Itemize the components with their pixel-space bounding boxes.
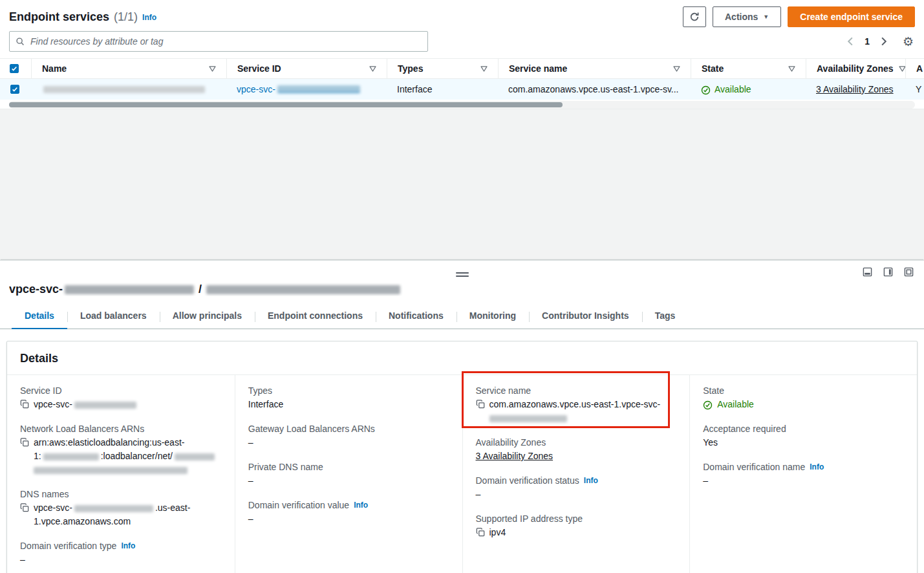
next-page-button[interactable] — [880, 36, 888, 47]
info-link[interactable]: Info — [810, 462, 824, 471]
redacted-text — [34, 467, 188, 474]
select-all-checkbox[interactable] — [10, 64, 19, 73]
details-card: Details Service ID vpce-svc- Network Loa… — [6, 341, 918, 573]
create-endpoint-service-button[interactable]: Create endpoint service — [788, 6, 915, 27]
header-bar: Endpoint services (1/1) Info Actions ▼ C… — [0, 0, 924, 31]
panel-position-bottom-icon[interactable] — [863, 267, 872, 277]
column-header-types[interactable]: Types — [387, 59, 498, 78]
details-card-header: Details — [7, 341, 917, 375]
copy-icon[interactable] — [20, 503, 29, 512]
table-row[interactable]: vpce-svc- Interface com.amazonaws.vpce.u… — [0, 79, 924, 100]
redacted-text — [43, 86, 205, 93]
field-service-name: Service name com.amazonaws.vpce.us-east-… — [476, 385, 677, 425]
panel-layout-controls — [863, 267, 914, 277]
column-header-acceptance[interactable]: A — [905, 59, 924, 78]
create-button-label: Create endpoint service — [800, 12, 903, 22]
filter-icon[interactable] — [894, 66, 905, 72]
actions-button[interactable]: Actions ▼ — [713, 6, 781, 27]
info-link[interactable]: Info — [142, 13, 156, 22]
horizontal-scrollbar[interactable] — [9, 101, 915, 109]
search-box[interactable] — [9, 31, 428, 52]
field-value: – — [248, 512, 253, 526]
row-checkbox[interactable] — [10, 85, 19, 94]
table-header-row: Name Service ID Types Service name State… — [0, 58, 924, 79]
column-header-availability-zones[interactable]: Availability Zones — [806, 59, 905, 78]
field-service-id: Service ID vpce-svc- — [20, 385, 222, 411]
available-check-icon — [701, 85, 711, 95]
tab-load-balancers[interactable]: Load balancers — [67, 305, 160, 329]
filter-icon[interactable] — [364, 66, 376, 72]
state-text: Available — [714, 84, 751, 94]
column-header-service-name[interactable]: Service name — [498, 59, 691, 78]
field-domain-verification-status: Domain verification status Info – — [476, 475, 677, 501]
filter-icon[interactable] — [783, 66, 795, 72]
info-link[interactable]: Info — [121, 541, 135, 550]
search-input[interactable] — [29, 36, 422, 47]
detail-panel: vpce-svc-/ Details Load balancers Allow … — [0, 260, 924, 573]
field-gwlb-arns: Gateway Load Balancers ARNs – — [248, 424, 449, 449]
details-column-2: Types Interface Gateway Load Balancers A… — [235, 375, 462, 573]
availability-zones-link[interactable]: 3 Availability Zones — [476, 449, 553, 463]
field-label: Gateway Load Balancers ARNs — [248, 424, 449, 434]
field-value: Interface — [248, 398, 283, 411]
field-domain-verification-name: Domain verification name Info – — [703, 462, 904, 488]
tab-allow-principals[interactable]: Allow principals — [160, 305, 255, 329]
column-header-service-id[interactable]: Service ID — [226, 59, 387, 78]
availability-zones-link[interactable]: 3 Availability Zones — [816, 84, 894, 94]
field-label: Availability Zones — [476, 437, 677, 448]
scrollbar-thumb[interactable] — [9, 102, 563, 107]
field-label: Domain verification type — [20, 541, 116, 551]
info-link[interactable]: Info — [354, 501, 368, 510]
redacted-text — [74, 402, 136, 409]
copy-icon[interactable] — [476, 400, 485, 409]
redacted-text — [206, 285, 400, 294]
cell-types: Interface — [387, 79, 498, 100]
details-card-title: Details — [20, 352, 904, 365]
cell-service-name: com.amazonaws.vpce.us-east-1.vpce-sv... — [498, 79, 691, 100]
copy-icon[interactable] — [20, 400, 29, 409]
refresh-button[interactable] — [683, 6, 706, 27]
panel-position-side-icon[interactable] — [883, 267, 893, 277]
tab-endpoint-connections[interactable]: Endpoint connections — [255, 305, 376, 329]
current-page[interactable]: 1 — [863, 35, 871, 48]
service-id-link[interactable]: vpce-svc- — [237, 84, 362, 94]
field-nlb-arns: Network Load Balancers ARNs arn:aws:elas… — [20, 424, 222, 477]
filter-icon[interactable] — [204, 66, 216, 72]
filter-icon[interactable] — [475, 66, 488, 72]
tab-contributor-insights[interactable]: Contributor Insights — [529, 305, 642, 329]
panel-expand-icon[interactable] — [904, 267, 914, 277]
field-acceptance-required: Acceptance required Yes — [703, 424, 904, 449]
filter-icon[interactable] — [668, 66, 680, 72]
column-header-state[interactable]: State — [691, 59, 806, 78]
field-label: Domain verification value — [248, 500, 349, 510]
redacted-text — [277, 85, 360, 93]
column-header-name[interactable]: Name — [31, 59, 226, 78]
field-value: Yes — [703, 436, 718, 449]
field-domain-verification-value: Domain verification value Info – — [248, 500, 449, 526]
details-card-body: Service ID vpce-svc- Network Load Balanc… — [7, 375, 917, 573]
redacted-text — [43, 453, 99, 460]
tab-tags[interactable]: Tags — [642, 305, 689, 329]
copy-icon[interactable] — [476, 528, 485, 537]
resource-count: (1/1) — [114, 10, 138, 24]
field-label: Supported IP address type — [476, 514, 677, 524]
detail-panel-title: vpce-svc-/ — [9, 283, 915, 296]
tab-details[interactable]: Details — [12, 305, 67, 329]
info-link[interactable]: Info — [584, 476, 598, 485]
field-value: – — [703, 474, 708, 488]
previous-page-button[interactable] — [846, 36, 854, 47]
search-icon — [16, 37, 25, 46]
tab-notifications[interactable]: Notifications — [376, 305, 457, 329]
field-label: Network Load Balancers ARNs — [20, 424, 222, 434]
field-supported-ip-address-type: Supported IP address type ipv4 — [476, 514, 677, 539]
redacted-text — [489, 415, 567, 422]
tab-monitoring[interactable]: Monitoring — [457, 305, 529, 329]
split-panel-drag-handle[interactable] — [453, 271, 471, 278]
settings-gear-icon[interactable]: ⚙ — [901, 34, 915, 49]
detail-title-separator: / — [199, 283, 202, 296]
actions-button-label: Actions — [725, 12, 758, 22]
copy-icon[interactable] — [20, 438, 29, 447]
field-state: State Available — [703, 385, 904, 411]
field-private-dns-name: Private DNS name – — [248, 462, 449, 488]
available-check-icon — [703, 400, 713, 410]
